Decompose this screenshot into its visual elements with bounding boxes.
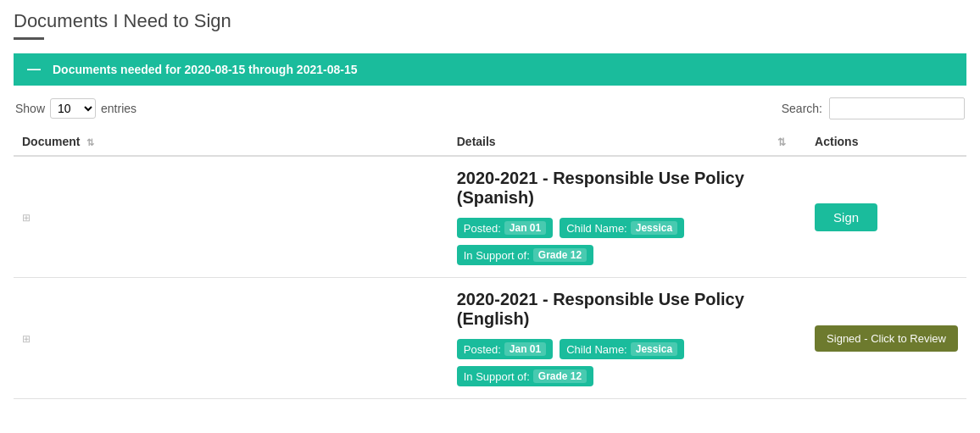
doc-badge: Child Name: Jessica bbox=[560, 218, 684, 238]
row-expand-icon[interactable]: ⊞ bbox=[17, 333, 36, 345]
sort-cell bbox=[769, 156, 806, 278]
doc-badge: Posted: Jan 01 bbox=[457, 339, 553, 359]
search-area: Search: bbox=[782, 97, 965, 119]
doc-cell: 2020-2021 - Responsible Use Policy (Span… bbox=[448, 156, 769, 278]
doc-badge: In Support of: Grade 12 bbox=[457, 366, 593, 386]
show-label: Show bbox=[15, 102, 45, 115]
page-title: Documents I Need to Sign bbox=[14, 10, 966, 32]
title-underline bbox=[14, 37, 44, 40]
badge-value: Jan 01 bbox=[504, 342, 546, 356]
doc-badge: Posted: Jan 01 bbox=[457, 218, 553, 238]
section-header: — Documents needed for 2020-08-15 throug… bbox=[14, 53, 966, 86]
section-header-text: Documents needed for 2020-08-15 through … bbox=[53, 63, 357, 76]
table-header-row: Document ⇅ Details ⇅ Actions bbox=[14, 128, 966, 156]
badge-value: Jan 01 bbox=[504, 221, 546, 235]
doc-badges: Posted: Jan 01Child Name: JessicaIn Supp… bbox=[457, 339, 760, 386]
doc-badges: Posted: Jan 01Child Name: JessicaIn Supp… bbox=[457, 218, 760, 265]
sort-cell bbox=[769, 278, 806, 399]
entries-select[interactable]: 10 25 50 100 bbox=[50, 98, 96, 119]
doc-badge: In Support of: Grade 12 bbox=[457, 245, 593, 265]
th-sort-icon[interactable]: ⇅ bbox=[769, 128, 806, 156]
table-row: ⊞2020-2021 - Responsible Use Policy (Spa… bbox=[14, 156, 966, 278]
table-controls: Show 10 25 50 100 entries Search: bbox=[14, 97, 966, 119]
document-sort-icon[interactable]: ⇅ bbox=[86, 137, 94, 147]
signed-review-button[interactable]: Signed - Click to Review bbox=[815, 325, 958, 352]
badge-value: Grade 12 bbox=[533, 369, 587, 383]
search-input[interactable] bbox=[829, 97, 965, 119]
page-container: Documents I Need to Sign — Documents nee… bbox=[0, 0, 980, 413]
table-row: ⊞2020-2021 - Responsible Use Policy (Eng… bbox=[14, 278, 966, 399]
th-details: Details bbox=[448, 128, 769, 156]
row-expand-icon[interactable]: ⊞ bbox=[17, 212, 36, 224]
actions-cell: Sign bbox=[806, 156, 966, 278]
documents-table: Document ⇅ Details ⇅ Actions ⊞2020-2021 … bbox=[14, 128, 966, 399]
badge-value: Jessica bbox=[631, 221, 677, 235]
sign-button[interactable]: Sign bbox=[815, 203, 877, 231]
th-document: Document ⇅ bbox=[14, 128, 448, 156]
badge-value: Jessica bbox=[631, 342, 677, 356]
show-entries-group: Show 10 25 50 100 entries bbox=[15, 98, 136, 119]
doc-title: 2020-2021 - Responsible Use Policy (Span… bbox=[457, 169, 760, 208]
entries-label: entries bbox=[101, 102, 136, 115]
collapse-icon[interactable]: — bbox=[27, 62, 41, 77]
doc-cell: 2020-2021 - Responsible Use Policy (Engl… bbox=[448, 278, 769, 399]
badge-value: Grade 12 bbox=[533, 248, 587, 262]
th-actions: Actions bbox=[806, 128, 966, 156]
search-label: Search: bbox=[782, 102, 822, 115]
actions-cell: Signed - Click to Review bbox=[806, 278, 966, 399]
doc-badge: Child Name: Jessica bbox=[560, 339, 684, 359]
doc-title: 2020-2021 - Responsible Use Policy (Engl… bbox=[457, 290, 760, 329]
